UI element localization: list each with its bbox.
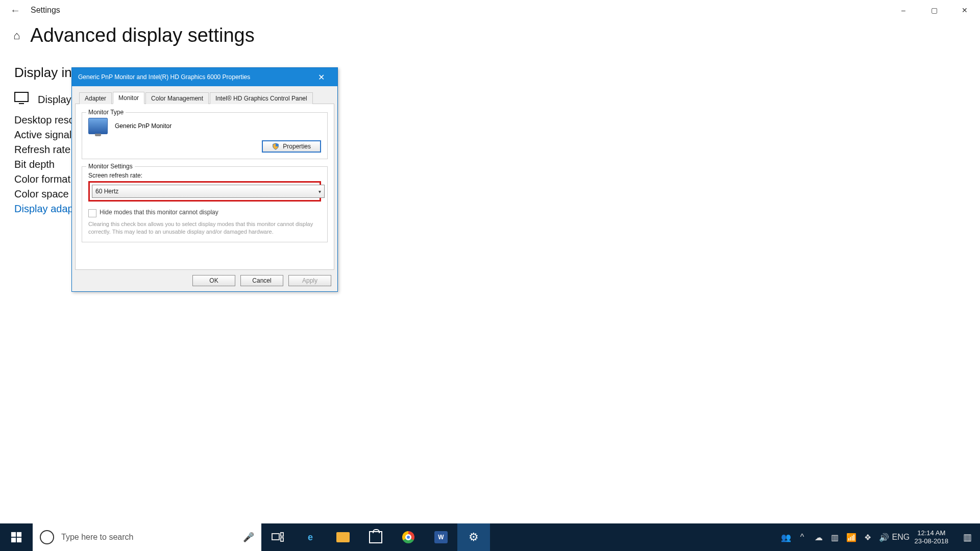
settings-titlebar: ← Settings – ▢ ✕: [0, 0, 980, 20]
tray-volume-icon[interactable]: 🔊: [876, 533, 892, 542]
taskbar: Type here to search 🎤 e W ⚙ 👥 ^ ☁ ▥ 📶 ❖ …: [0, 523, 980, 551]
hide-modes-hint: Clearing this check box allows you to se…: [88, 220, 321, 236]
tab-intel-panel[interactable]: Intel® HD Graphics Control Panel: [210, 92, 313, 104]
refresh-rate-highlight: 60 Hertz ▾: [88, 181, 321, 202]
taskbar-app-edge[interactable]: e: [294, 523, 327, 551]
dialog-button-row: OK Cancel Apply: [72, 270, 337, 291]
tray-battery-icon[interactable]: ▥: [827, 533, 843, 542]
tray-dropbox-icon[interactable]: ❖: [860, 533, 876, 542]
taskbar-app-word[interactable]: W: [425, 523, 457, 551]
apply-button[interactable]: Apply: [288, 275, 331, 286]
maximize-button[interactable]: ▢: [919, 0, 949, 20]
cortana-icon: [40, 530, 54, 544]
refresh-rate-value: 60 Hertz: [95, 188, 118, 195]
svg-rect-2: [11, 532, 16, 537]
dialog-close-button[interactable]: ✕: [311, 72, 331, 82]
svg-rect-8: [281, 538, 283, 541]
taskbar-app-store[interactable]: [359, 523, 392, 551]
svg-rect-6: [272, 534, 279, 540]
svg-rect-3: [17, 532, 21, 537]
svg-rect-4: [11, 538, 16, 542]
monitor-icon: [14, 92, 29, 107]
page-title: Advanced display settings: [30, 24, 254, 46]
monitor-type-icon: [88, 118, 108, 134]
tray-wifi-icon[interactable]: 📶: [843, 533, 860, 542]
system-tray: 👥 ^ ☁ ▥ 📶 ❖ 🔊 ENG 12:14 AM 23-08-2018 ▥: [778, 523, 981, 551]
monitor-properties-dialog: Generic PnP Monitor and Intel(R) HD Grap…: [71, 67, 338, 292]
minimize-button[interactable]: –: [888, 0, 919, 20]
taskbar-app-settings[interactable]: ⚙: [457, 523, 490, 551]
tray-language[interactable]: ENG: [892, 533, 909, 542]
tray-onedrive-icon[interactable]: ☁: [811, 533, 827, 542]
start-button[interactable]: [0, 523, 33, 551]
tray-time: 12:14 AM: [915, 529, 949, 537]
chevron-down-icon: ▾: [318, 189, 321, 194]
ok-button[interactable]: OK: [192, 275, 235, 286]
group-monitor-settings: Monitor Settings Screen refresh rate: 60…: [82, 166, 328, 242]
dialog-title: Generic PnP Monitor and Intel(R) HD Grap…: [78, 73, 250, 81]
svg-rect-0: [15, 92, 28, 102]
action-center-icon[interactable]: ▥: [954, 532, 980, 543]
refresh-rate-label: Screen refresh rate:: [88, 172, 321, 179]
tray-date: 23-08-2018: [915, 537, 949, 545]
task-view-button[interactable]: [261, 523, 294, 551]
monitor-properties-button-label: Properties: [283, 143, 311, 150]
microphone-icon[interactable]: 🎤: [243, 532, 254, 543]
group-monitor-type: Monitor Type Generic PnP Monitor Propert…: [82, 112, 328, 159]
hide-modes-checkbox[interactable]: [88, 209, 96, 217]
tabpage-monitor: Monitor Type Generic PnP Monitor Propert…: [75, 104, 334, 270]
legend-monitor-settings: Monitor Settings: [86, 163, 135, 170]
legend-monitor-type: Monitor Type: [86, 109, 126, 116]
back-button[interactable]: ←: [0, 5, 31, 16]
page-header: ⌂ Advanced display settings: [0, 20, 980, 52]
cancel-button[interactable]: Cancel: [240, 275, 283, 286]
close-button[interactable]: ✕: [949, 0, 980, 20]
monitor-properties-button[interactable]: Properties: [262, 140, 321, 153]
svg-rect-7: [281, 533, 283, 536]
monitor-type-name: Generic PnP Monitor: [115, 122, 172, 130]
home-icon[interactable]: ⌂: [13, 29, 20, 42]
svg-rect-5: [17, 538, 21, 542]
dialog-titlebar[interactable]: Generic PnP Monitor and Intel(R) HD Grap…: [72, 68, 337, 86]
tray-people-icon[interactable]: 👥: [778, 533, 794, 542]
uac-shield-icon: [272, 143, 279, 150]
hide-modes-label: Hide modes that this monitor cannot disp…: [100, 209, 218, 216]
app-name: Settings: [31, 6, 60, 15]
taskbar-app-chrome[interactable]: [392, 523, 425, 551]
taskbar-app-explorer[interactable]: [327, 523, 359, 551]
tray-overflow-icon[interactable]: ^: [794, 533, 811, 542]
tab-monitor[interactable]: Monitor: [113, 92, 144, 104]
search-placeholder: Type here to search: [61, 533, 133, 542]
search-box[interactable]: Type here to search 🎤: [33, 523, 261, 551]
dialog-tabs: Adapter Monitor Color Management Intel® …: [75, 89, 334, 104]
tab-color-management[interactable]: Color Management: [145, 92, 209, 104]
tab-adapter[interactable]: Adapter: [79, 92, 112, 104]
tray-clock[interactable]: 12:14 AM 23-08-2018: [909, 529, 955, 545]
refresh-rate-dropdown[interactable]: 60 Hertz ▾: [92, 185, 325, 198]
